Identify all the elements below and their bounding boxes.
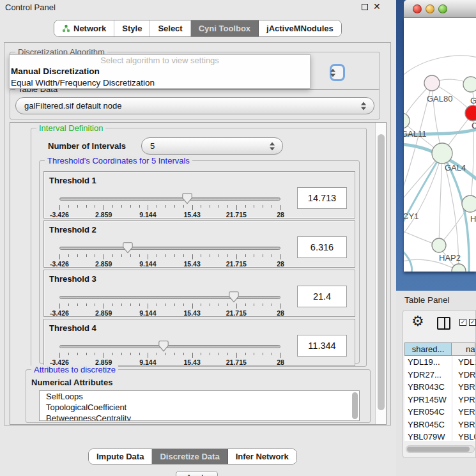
checkbox-icon[interactable]: ✓ <box>459 319 466 326</box>
table-row[interactable]: YER054CYER0 <box>404 406 475 418</box>
node-red-selected[interactable] <box>465 105 476 121</box>
table-row[interactable]: YDR27...YDR2 <box>404 369 475 381</box>
mac-minimize-icon[interactable] <box>426 4 434 13</box>
tab-cyni-toolbox[interactable]: Cyni Toolbox <box>191 20 259 36</box>
tab-network[interactable]: Network <box>54 20 114 36</box>
node-label: GAL11 <box>404 129 427 139</box>
attribute-list-item[interactable]: SelfLoops <box>40 391 359 402</box>
threshold-value-input[interactable] <box>297 335 347 357</box>
tick-label: 2.859 <box>95 309 112 317</box>
tick-label: 9.144 <box>139 309 156 317</box>
tab-label: Cyni Toolbox <box>199 24 250 33</box>
threshold-slider[interactable]: -3.4262.8599.14415.4321.71528 <box>59 221 280 268</box>
attribute-list-item[interactable]: TopologicalCoefficient <box>40 402 359 413</box>
tab-jactivemnodules[interactable]: jActiveMNodules <box>259 20 341 36</box>
table-row[interactable]: YBR045CYBR0 <box>404 418 475 431</box>
tab-select[interactable]: Select <box>150 20 190 36</box>
slider-track[interactable] <box>59 247 280 250</box>
mac-close-icon[interactable] <box>413 4 422 13</box>
list-scrollbar[interactable] <box>352 392 358 419</box>
node-ga[interactable] <box>463 77 476 92</box>
network-graph: GAL80 GA C GAL11 GAL4 GCY1 H HAP2 <box>404 18 476 272</box>
apply-button[interactable]: Apply <box>176 471 218 476</box>
network-window-titlebar[interactable] <box>404 0 476 18</box>
numerical-attributes-list[interactable]: SelfLoopsTopologicalCoefficientBetweenne… <box>39 390 360 421</box>
slider-track[interactable] <box>59 345 280 348</box>
slider-tick-labels: -3.4262.8599.14415.4321.71528 <box>59 309 280 317</box>
table-panel-title: Table Panel <box>404 295 450 305</box>
algorithm-hint: Select algorithm to view settings <box>10 55 310 66</box>
column-header-shared-name[interactable]: shared... <box>404 342 452 356</box>
gear-icon[interactable]: ⚙ <box>411 313 424 330</box>
top-tab-strip: NetworkStyleSelectCyni ToolboxjActiveMNo… <box>54 20 342 37</box>
horizontal-scrollbar[interactable] <box>406 445 475 453</box>
attribute-list-item[interactable]: BetweennessCentrality <box>40 413 359 421</box>
table-row[interactable]: YPR145WYPR1 <box>404 394 475 406</box>
control-panel-titlebar: Control Panel ✕ <box>0 0 396 14</box>
tab-discretize-data[interactable]: Discretize Data <box>152 449 227 464</box>
node-gal4[interactable] <box>432 143 452 164</box>
slider-tick-labels: -3.4262.8599.14415.4321.71528 <box>59 211 280 219</box>
node-gal11[interactable] <box>404 113 410 128</box>
close-icon[interactable]: ✕ <box>373 1 381 12</box>
number-of-intervals-combobox[interactable]: 5 <box>141 137 283 155</box>
tick-label: 15.43 <box>183 260 200 268</box>
tick-label: 28 <box>277 260 284 268</box>
slider-track[interactable] <box>59 197 280 201</box>
algorithm-combobox-focused[interactable] <box>330 64 345 81</box>
node-label: GA <box>470 96 476 105</box>
tick-label: -3.426 <box>50 309 69 317</box>
network-view-window: GAL80 GA C GAL11 GAL4 GCY1 H HAP2 <box>396 0 476 291</box>
cell-shared-name: YBR045C <box>404 418 452 431</box>
algorithm-option-equal-width[interactable]: Equal Width/Frequency Discretization <box>10 77 310 89</box>
slider-thumb[interactable] <box>123 242 133 254</box>
scrollbar-thumb[interactable] <box>407 447 470 452</box>
tab-infer-network[interactable]: Infer Network <box>228 449 296 464</box>
table-header: shared... na <box>404 342 475 356</box>
slider-track[interactable] <box>59 296 280 299</box>
tab-style[interactable]: Style <box>114 20 150 36</box>
slider-thumb[interactable] <box>182 193 192 204</box>
threshold-value-input[interactable] <box>297 236 347 258</box>
threshold-slider[interactable]: -3.4262.8599.14415.4321.71528 <box>59 172 280 219</box>
slider-tick-labels: -3.4262.8599.14415.4321.71528 <box>59 260 280 268</box>
node-gal80[interactable] <box>424 75 440 91</box>
node-label: C <box>472 121 476 130</box>
scrollbar-thumb[interactable] <box>378 134 385 410</box>
cyni-toolbox-panel: Discretization Algorithm Select algorith… <box>4 42 391 426</box>
tick-label: 2.859 <box>95 211 112 219</box>
slider-thumb[interactable] <box>158 341 169 352</box>
threshold-value-input[interactable] <box>297 187 347 209</box>
cell-name: YDR2 <box>452 369 475 381</box>
number-of-intervals-label: Number of Intervals <box>48 141 126 151</box>
algorithm-option-manual[interactable]: Manual Discretization <box>10 66 310 77</box>
network-canvas[interactable]: GAL80 GA C GAL11 GAL4 GCY1 H HAP2 <box>404 18 476 272</box>
node-h[interactable] <box>462 196 476 212</box>
node-hap2[interactable] <box>432 238 446 252</box>
table-data-combobox[interactable]: galFiltered.sif default node <box>15 97 374 114</box>
tab-impute-data[interactable]: Impute Data <box>89 449 152 464</box>
node-labels: GAL80 GA C GAL11 GAL4 GCY1 H HAP2 <box>404 94 476 263</box>
combo-stepper-icon <box>270 142 275 150</box>
threshold-slider[interactable]: -3.4262.8599.14415.4321.71528 <box>59 270 280 318</box>
slider-ticks <box>59 353 280 358</box>
table-row[interactable]: YBL079WYBL0 <box>404 431 475 441</box>
column-header-name[interactable]: na <box>452 342 475 356</box>
threshold-slider[interactable]: -3.4262.8599.14415.4321.71528 <box>59 319 280 367</box>
tab-label: Select <box>158 24 182 33</box>
cell-name: YBL0 <box>452 431 475 441</box>
algorithm-dropdown-popup: Select algorithm to view settings Manual… <box>9 54 311 89</box>
threshold-value-input[interactable] <box>297 286 347 307</box>
checkbox-icon[interactable]: ✓ <box>469 319 476 326</box>
vertical-scrollbar[interactable] <box>375 123 386 424</box>
table-row[interactable]: YBR043CYBR0 <box>404 381 475 394</box>
columns-icon[interactable] <box>437 317 450 330</box>
network-icon <box>62 24 70 33</box>
tick-label: 21.715 <box>226 358 247 366</box>
mac-zoom-icon[interactable] <box>438 4 447 13</box>
slider-thumb[interactable] <box>229 291 239 303</box>
float-window-icon[interactable] <box>362 4 368 10</box>
node-table[interactable]: shared... na YDL19...YDL1YDR27...YDR2YBR… <box>404 342 475 441</box>
table-row[interactable]: YDL19...YDL1 <box>404 356 475 369</box>
node-partial[interactable] <box>452 264 466 272</box>
